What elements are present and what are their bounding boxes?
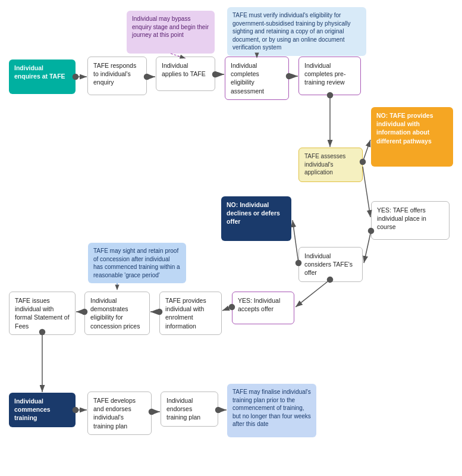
tafe-verify-note: TAFE must verify individual's eligibilit… xyxy=(227,7,366,56)
yes-individual-accepts-box: YES: Individual accepts offer xyxy=(232,292,294,324)
svg-line-11 xyxy=(293,220,298,263)
individual-endorses-box: Individual endorses training plan xyxy=(161,392,218,427)
individual-completes-pretrain-box: Individual completes pre-training review xyxy=(298,57,361,95)
individual-completes-eligibility-box: Individual completes eligibility assessm… xyxy=(225,57,289,100)
no-tafe-provides-box: NO: TAFE provides individual with inform… xyxy=(371,107,453,167)
concession-note-box: TAFE may sight and retain proof of conce… xyxy=(88,243,186,283)
tafe-finalise-note-box: TAFE may finalise individual's training … xyxy=(227,384,316,437)
svg-line-8 xyxy=(363,140,370,162)
individual-considers-box: Individual considers TAFE's offer xyxy=(298,247,363,282)
yes-tafe-offers-box: YES: TAFE offers individual place in cou… xyxy=(371,201,450,240)
no-individual-declines-box: NO: Individual declines or defers offer xyxy=(221,196,291,241)
svg-line-13 xyxy=(222,307,232,311)
tafe-provides-enrol-box: TAFE provides individual with enrolment … xyxy=(159,292,222,335)
bypass-note: Individual may bypass enquiry stage and … xyxy=(127,11,215,54)
tafe-develops-box: TAFE develops and endorses individual's … xyxy=(87,392,152,435)
tafe-issues-box: TAFE issues individual with formal State… xyxy=(9,292,76,335)
svg-line-12 xyxy=(296,280,330,307)
svg-line-10 xyxy=(364,231,371,263)
tafe-responds-box: TAFE responds to individual's enquiry xyxy=(87,57,147,95)
tafe-assesses-box: TAFE assesses individual's application xyxy=(298,148,363,182)
svg-line-9 xyxy=(363,167,370,217)
individual-demonstrates-box: Individual demonstrates eligibility for … xyxy=(84,292,150,335)
individual-applies-box: Individual applies to TAFE xyxy=(156,57,215,91)
flowchart-diagram: Individual may bypass enquiry stage and … xyxy=(0,0,462,476)
individual-commences-box: Individual commences training xyxy=(9,393,76,427)
individual-enquires-box: Individual enquires at TAFE xyxy=(9,60,76,94)
